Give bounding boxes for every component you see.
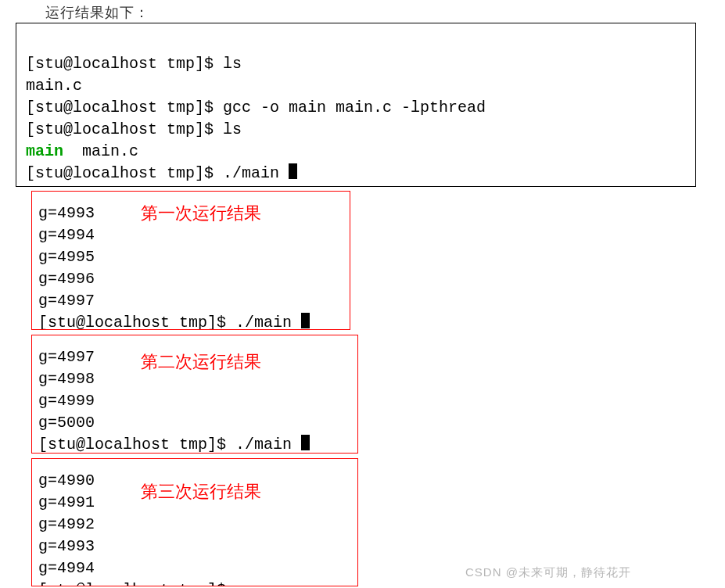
cursor-icon: [289, 163, 297, 179]
terminal-line: [stu@localhost tmp]$ ls: [26, 120, 242, 138]
output-line: g=4999: [38, 392, 95, 410]
output-line: g=4997: [38, 348, 95, 366]
cmd-run: ./main: [235, 436, 301, 454]
terminal-line: [stu@localhost tmp]$: [38, 581, 235, 586]
file-mainc: main.c: [63, 142, 138, 160]
cmd-ls: ls: [223, 55, 242, 73]
shell-prompt: [stu@localhost tmp]$: [26, 120, 223, 138]
terminal-initial: [stu@localhost tmp]$ ls main.c [stu@loca…: [16, 23, 696, 187]
run3-label: 第三次运行结果: [141, 480, 261, 504]
output-line: g=4993: [38, 204, 95, 222]
run-result-3: g=4990 g=4991 g=4992 g=4993 g=4994 [stu@…: [31, 458, 358, 586]
run2-label: 第二次运行结果: [141, 350, 261, 374]
output-line: g=4990: [38, 471, 95, 489]
caption-text: 运行结果如下：: [45, 3, 149, 22]
shell-prompt: [stu@localhost tmp]$: [38, 314, 235, 330]
shell-prompt: [stu@localhost tmp]$: [26, 99, 223, 117]
terminal-line: main main.c: [26, 142, 138, 160]
cmd-gcc: gcc -o main main.c -lpthread: [223, 99, 486, 117]
file-main-exe: main: [26, 142, 63, 160]
output-line: g=4991: [38, 493, 95, 511]
terminal-line: [stu@localhost tmp]$ ./main: [26, 164, 297, 182]
terminal-line: [stu@localhost tmp]$ gcc -o main main.c …: [26, 99, 486, 117]
shell-prompt: [stu@localhost tmp]$: [38, 581, 235, 586]
output-line: g=4998: [38, 370, 95, 388]
watermark-text: CSDN @未来可期，静待花开: [465, 565, 631, 580]
cursor-icon: [301, 313, 310, 328]
shell-prompt: [stu@localhost tmp]$: [26, 55, 223, 73]
output-line: g=4995: [38, 248, 95, 266]
output-line: g=4993: [38, 537, 95, 555]
terminal-line: [stu@localhost tmp]$ ./main: [38, 314, 310, 330]
output-line: g=4997: [38, 292, 95, 310]
shell-prompt: [stu@localhost tmp]$: [38, 436, 235, 454]
cmd-run: ./main: [235, 314, 301, 330]
cursor-icon: [301, 435, 310, 450]
terminal-line: main.c: [26, 77, 82, 95]
shell-prompt: [stu@localhost tmp]$: [26, 164, 223, 182]
output-line: g=4996: [38, 270, 95, 288]
output-line: g=5000: [38, 414, 95, 432]
output-line: g=4994: [38, 226, 95, 244]
cmd-run: ./main: [223, 164, 289, 182]
run1-label: 第一次运行结果: [141, 202, 261, 225]
terminal-line: [stu@localhost tmp]$ ls: [26, 55, 242, 73]
file-mainc: main.c: [26, 77, 82, 95]
output-line: g=4994: [38, 559, 95, 577]
terminal-line: [stu@localhost tmp]$ ./main: [38, 436, 310, 454]
output-line: g=4992: [38, 515, 95, 533]
cmd-ls: ls: [223, 120, 242, 138]
